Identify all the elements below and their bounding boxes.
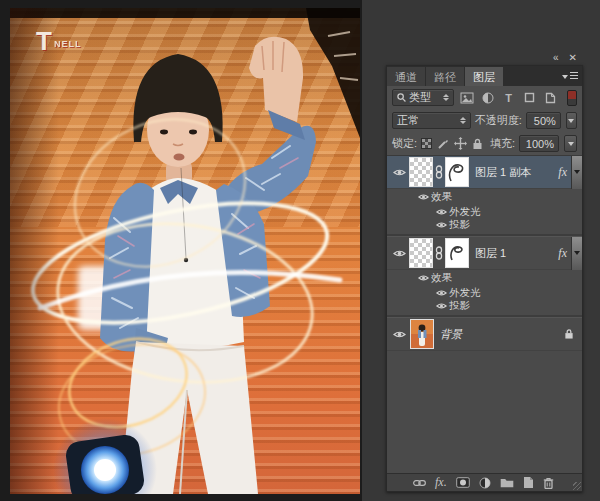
- visibility-toggle[interactable]: [390, 168, 409, 177]
- tab-paths[interactable]: 路径: [426, 67, 464, 86]
- filter-adjustment-layers-icon[interactable]: [479, 90, 496, 105]
- eye-icon: [436, 302, 447, 310]
- effect-label: 投影: [449, 299, 470, 313]
- opacity-label: 不透明度:: [475, 113, 522, 128]
- effects-group-label: 效果: [431, 190, 452, 204]
- lock-transparent-pixels-icon[interactable]: [421, 138, 432, 149]
- eye-icon: [436, 221, 447, 229]
- broadcast-logo: T NELL: [36, 30, 81, 52]
- dock-header: « ✕: [386, 51, 583, 65]
- add-layer-mask-icon[interactable]: [456, 477, 470, 488]
- panel-menu-icon[interactable]: [562, 71, 578, 82]
- lock-all-padlock-icon[interactable]: [471, 136, 484, 151]
- document-canvas[interactable]: T NELL: [10, 8, 360, 494]
- layers-list: 图层 1 副本 fx 效果 外发光 投影: [387, 155, 582, 473]
- background-layer-thumbnail[interactable]: [410, 319, 434, 349]
- fill-value-field[interactable]: 100%: [519, 135, 559, 152]
- delete-layer-trash-icon[interactable]: [543, 477, 554, 489]
- effect-drop-shadow-row[interactable]: 投影: [387, 300, 582, 315]
- eye-icon: [418, 274, 429, 282]
- layer-name[interactable]: 图层 1 副本: [469, 165, 554, 180]
- photo-left-shade: [10, 8, 360, 494]
- layer-row-layer1[interactable]: 图层 1 fx: [387, 237, 582, 270]
- layer-filtering-toggle[interactable]: [567, 90, 577, 106]
- effect-label: 外发光: [449, 286, 481, 300]
- effect-label: 外发光: [449, 205, 481, 219]
- filter-smart-objects-icon[interactable]: [542, 90, 559, 105]
- collapse-panel-button[interactable]: «: [553, 53, 559, 63]
- close-panel-button[interactable]: ✕: [569, 53, 577, 63]
- collapse-effects-button[interactable]: [571, 237, 582, 270]
- new-group-folder-icon[interactable]: [500, 477, 514, 488]
- effect-outer-glow-row[interactable]: 外发光: [387, 285, 582, 300]
- layer-row-layer1-copy[interactable]: 图层 1 副本 fx: [387, 156, 582, 189]
- layer-name[interactable]: 背景: [434, 327, 564, 342]
- filter-shape-layers-icon[interactable]: [521, 90, 538, 105]
- opacity-value-field[interactable]: 50%: [526, 112, 561, 129]
- logo-sub-text: NELL: [54, 39, 82, 52]
- lock-image-pixels-brush-icon[interactable]: [436, 136, 449, 151]
- logo-main-text: T: [36, 30, 52, 52]
- blend-mode-combobox[interactable]: 正常: [392, 112, 471, 129]
- visibility-toggle[interactable]: [390, 330, 409, 339]
- effect-outer-glow-row[interactable]: 外发光: [387, 204, 582, 219]
- opacity-dropdown-button[interactable]: [566, 112, 577, 129]
- eye-icon: [393, 249, 406, 258]
- effects-group-label: 效果: [431, 271, 452, 285]
- eye-icon: [436, 208, 447, 216]
- effect-drop-shadow-row[interactable]: 投影: [387, 219, 582, 234]
- fill-value: 100%: [526, 138, 554, 150]
- panel-tabbar: 通道 路径 图层: [387, 66, 582, 86]
- effects-group-row[interactable]: 效果: [387, 189, 582, 204]
- effects-group-row[interactable]: 效果: [387, 270, 582, 285]
- layer-filter-row: 类型 T: [387, 86, 582, 109]
- filter-pixel-layers-icon[interactable]: [458, 90, 475, 105]
- lock-row: 锁定: 填充: 100%: [387, 132, 582, 155]
- fill-label: 填充:: [490, 136, 515, 151]
- tab-layers[interactable]: 图层: [465, 67, 503, 86]
- eye-icon: [393, 330, 406, 339]
- filter-type-layers-icon[interactable]: T: [500, 90, 517, 105]
- eye-icon: [393, 168, 406, 177]
- layer-locked-icon: [564, 328, 574, 340]
- lock-position-move-icon[interactable]: [453, 136, 467, 151]
- filter-kind-combobox[interactable]: 类型: [392, 89, 454, 106]
- blend-mode-value: 正常: [397, 113, 419, 128]
- new-adjustment-layer-icon[interactable]: [479, 477, 491, 489]
- mask-link-chain-icon[interactable]: [433, 165, 445, 179]
- visibility-toggle[interactable]: [390, 249, 409, 258]
- add-layer-style-icon[interactable]: fx.: [435, 475, 447, 490]
- lock-label: 锁定:: [392, 136, 417, 151]
- fx-text: fx: [435, 475, 444, 490]
- layer-name[interactable]: 图层 1: [469, 246, 554, 261]
- layer-row-background[interactable]: 背景: [387, 318, 582, 351]
- filter-kind-label: 类型: [409, 90, 431, 105]
- fx-badge[interactable]: fx: [554, 165, 571, 180]
- tab-channels[interactable]: 通道: [387, 67, 425, 86]
- new-layer-icon[interactable]: [523, 476, 534, 489]
- fill-dropdown-button[interactable]: [564, 135, 577, 152]
- photoshop-window: T NELL « ✕ 通道 路径 图层: [0, 0, 600, 501]
- combo-arrows-icon: [443, 94, 449, 101]
- collapse-effects-button[interactable]: [571, 156, 582, 189]
- link-layers-icon[interactable]: [413, 479, 426, 487]
- search-icon: [397, 93, 406, 102]
- layers-panel-dock: « ✕ 通道 路径 图层 类型: [386, 51, 583, 492]
- layer-mask-thumbnail[interactable]: [445, 238, 469, 268]
- eye-icon: [418, 193, 429, 201]
- mask-link-chain-icon[interactable]: [433, 246, 445, 260]
- panel-resize-corner[interactable]: [573, 482, 581, 490]
- opacity-value: 50%: [534, 115, 556, 127]
- effect-label: 投影: [449, 218, 470, 232]
- combo-arrows-icon: [460, 117, 466, 124]
- blend-mode-row: 正常 不透明度: 50%: [387, 109, 582, 132]
- layers-panel: 通道 路径 图层 类型 T: [386, 65, 583, 492]
- layer-thumbnail[interactable]: [409, 238, 433, 268]
- layer-mask-thumbnail[interactable]: [445, 157, 469, 187]
- layer-thumbnail[interactable]: [409, 157, 433, 187]
- eye-icon: [436, 289, 447, 297]
- fx-badge[interactable]: fx: [554, 246, 571, 261]
- layers-panel-bottom-bar: fx.: [387, 473, 582, 491]
